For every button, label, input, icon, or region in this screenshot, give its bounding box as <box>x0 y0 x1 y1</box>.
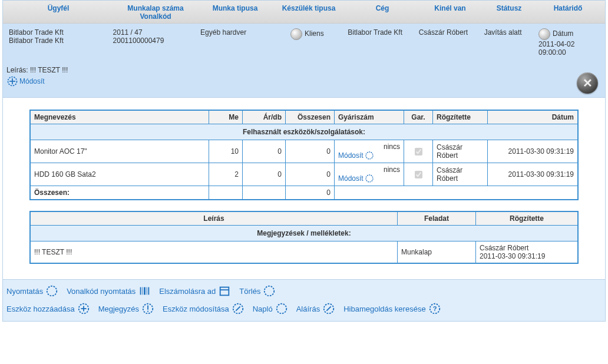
gar-checkbox <box>415 171 422 178</box>
cell-gar <box>404 163 433 186</box>
th-desc: Leírás <box>30 211 398 226</box>
info-work-type: Egyéb hardver <box>198 27 269 38</box>
cell-task: Munkalap <box>398 241 476 264</box>
svg-rect-8 <box>144 287 146 295</box>
calendar-icon <box>218 284 231 297</box>
svg-point-21 <box>276 304 286 314</box>
cell-serial: nincsMódosít <box>335 163 404 186</box>
svg-point-3 <box>366 152 373 159</box>
cell-unit: 0 <box>243 140 286 163</box>
modify-tool-button[interactable]: Eszköz módosítása <box>163 302 244 315</box>
cell-rec: Császár Róbert <box>433 140 488 163</box>
th-me: Me <box>209 110 243 124</box>
search-button[interactable]: Hibamegoldás keresése ? <box>343 302 441 315</box>
plus-icon <box>77 302 90 315</box>
cell-gar <box>404 140 433 163</box>
gear-icon <box>365 174 374 183</box>
cell-desc: !!! TESZT !!! <box>30 241 398 264</box>
notes-table-title: Megjegyzések / mellékletek: <box>30 226 578 241</box>
gear-icon <box>365 151 374 160</box>
modify-serial-button[interactable]: Módosít <box>338 174 374 183</box>
tools-table: Felhasznált eszközök/szolgálatások: Megn… <box>29 110 579 200</box>
info-status: Javítás alatt <box>482 27 536 38</box>
th-serial: Gyáriszám <box>335 110 404 124</box>
info-deadline: Dátum 2011-04-02 09:00:00 <box>536 27 602 58</box>
modify-button[interactable]: Módosít <box>6 75 45 87</box>
pencil-icon <box>322 302 335 315</box>
bullet-icon <box>538 28 550 40</box>
add-tool-button[interactable]: Eszköz hozzáadása <box>6 302 90 315</box>
svg-rect-6 <box>140 287 141 295</box>
col-work-type[interactable]: Munka tipusa <box>200 4 270 21</box>
info-client: Bitlabor Trade Kft Bitlabor Trade Kft <box>6 27 111 46</box>
gear-icon <box>45 284 58 297</box>
info-who: Császár Róbert <box>417 27 482 38</box>
pencil-icon <box>232 302 244 315</box>
cell-unit: 0 <box>243 163 286 186</box>
tools-table-title: Felhasznált eszközök/szolgálatások: <box>30 124 578 140</box>
svg-rect-11 <box>220 287 229 296</box>
th-unit: Ár/db <box>243 110 286 124</box>
question-icon: ? <box>428 302 441 315</box>
th-total: Összesen <box>286 110 335 124</box>
cell-rec: Császár Róbert <box>433 163 488 186</box>
th-name: Megnevezés <box>30 110 209 124</box>
th-date: Dátum <box>488 110 579 124</box>
info-company: Bitlabor Trade Kft <box>345 27 416 38</box>
svg-point-4 <box>366 175 373 182</box>
barcode-print-button[interactable]: Vonalkód nyomtatás <box>67 284 151 297</box>
info-worksheet: 2011 / 47 2001100000479 <box>111 27 199 46</box>
comment-button[interactable]: Megjegyzés <box>98 302 154 315</box>
svg-rect-9 <box>147 287 147 295</box>
app-frame: Ügyfél Munkalap számaVonalkód Munka tipu… <box>2 0 606 322</box>
bullet-icon <box>290 28 302 40</box>
cell-rec: Császár Róbert2011-03-30 09:31:19 <box>476 241 579 264</box>
th-n-rec: Rögzítette <box>476 211 579 226</box>
gar-checkbox <box>415 148 422 155</box>
cell-me: 2 <box>209 163 243 186</box>
col-device-type[interactable]: Készülék tipusa <box>270 4 347 21</box>
content-area: Felhasznált eszközök/szolgálatások: Megn… <box>3 98 605 279</box>
table-row: HDD 160 GB Sata2200nincsMódosítCsászár R… <box>30 163 578 186</box>
th-gar: Gar. <box>404 110 433 124</box>
barcode-icon <box>138 284 151 297</box>
col-worksheet[interactable]: Munkalap számaVonalkód <box>111 4 200 21</box>
modify-serial-button[interactable]: Módosít <box>338 151 374 160</box>
col-who[interactable]: Kinél van <box>418 4 483 21</box>
settle-button[interactable]: Elszámolásra ad <box>159 284 231 297</box>
worksheet-info-panel: Bitlabor Trade Kft Bitlabor Trade Kft 20… <box>3 24 605 98</box>
action-toolbar: Nyomtatás Vonalkód nyomtatás Elszámolásr… <box>3 279 605 321</box>
cell-total: 0 <box>286 163 335 186</box>
cell-me: 10 <box>209 140 243 163</box>
signature-button[interactable]: Aláírás <box>296 302 335 315</box>
svg-rect-10 <box>148 287 150 295</box>
col-status[interactable]: Státusz <box>483 4 536 21</box>
delete-button[interactable]: Törlés <box>239 284 276 297</box>
gear-icon <box>275 302 288 315</box>
col-deadline[interactable]: Határidő <box>536 4 600 21</box>
cell-serial: nincsMódosít <box>335 140 404 163</box>
close-icon: ✕ <box>583 76 593 90</box>
gear-icon <box>6 75 18 87</box>
col-company[interactable]: Cég <box>347 4 418 21</box>
exclaim-icon <box>141 302 154 315</box>
log-button[interactable]: Napló <box>253 302 288 315</box>
col-client[interactable]: Ügyfél <box>5 4 111 21</box>
sum-value: 0 <box>286 186 335 200</box>
notes-table: Megjegyzések / mellékletek: Leírás Felad… <box>29 211 579 264</box>
sum-label: Összesen: <box>30 186 209 200</box>
cell-date: 2011-03-30 09:31:19 <box>488 163 579 186</box>
svg-point-19 <box>147 310 148 312</box>
th-rec: Rögzítette <box>433 110 488 124</box>
cell-name: Monitor AOC 17" <box>30 140 209 163</box>
cell-date: 2011-03-30 09:31:19 <box>488 140 579 163</box>
info-device-type: Kliens <box>269 27 345 41</box>
svg-point-5 <box>47 286 57 296</box>
cell-total: 0 <box>286 140 335 163</box>
column-header-bar: Ügyfél Munkalap számaVonalkód Munka tipu… <box>3 1 605 24</box>
svg-rect-7 <box>143 287 143 295</box>
info-description: Leírás: !!! TESZT !!! <box>6 66 602 74</box>
print-button[interactable]: Nyomtatás <box>6 284 58 297</box>
close-button[interactable]: ✕ <box>577 72 598 94</box>
svg-text:?: ? <box>432 305 437 312</box>
